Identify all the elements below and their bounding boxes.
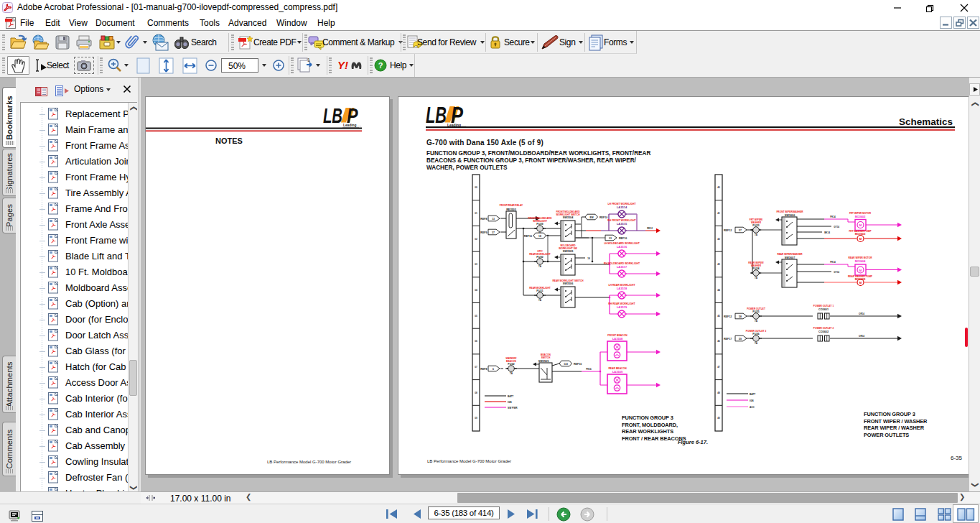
- svg-text:FU26: FU26: [752, 333, 759, 335]
- svg-text:40: 40: [717, 186, 720, 189]
- svg-text:FRONT / REAR BEACONS: FRONT / REAR BEACONS: [622, 435, 686, 442]
- svg-text:FUNCTION GROUP 3, FRONT/MOLDBO: FUNCTION GROUP 3, FRONT/MOLDBOARD/REAR W…: [426, 150, 650, 157]
- svg-text:45: 45: [717, 315, 720, 318]
- svg-text:REAR WORKLIGHT: REAR WORKLIGHT: [529, 287, 551, 290]
- svg-text:REF9: REF9: [480, 231, 487, 234]
- svg-text:FU22: FU22: [508, 363, 514, 366]
- svg-text:SW3505: SW3505: [563, 250, 574, 253]
- svg-text:WASHER: WASHER: [751, 264, 762, 267]
- svg-text:PK14: PK14: [830, 216, 836, 218]
- svg-text:RH REAR WORKLIGHT: RH REAR WORKLIGHT: [608, 302, 635, 305]
- svg-text:1: 1: [307, 57, 310, 63]
- svg-text:RD12: RD12: [647, 227, 653, 230]
- svg-text:LH FRONT WORKLIGHT: LH FRONT WORKLIGHT: [608, 203, 637, 205]
- svg-text:M: M: [859, 223, 862, 227]
- svg-text:05: 05: [475, 315, 477, 318]
- svg-text:LH REAR WORKLIGHT: LH REAR WORKLIGHT: [609, 284, 636, 287]
- svg-text:37: 37: [492, 231, 495, 234]
- svg-text:M: M: [859, 237, 862, 241]
- svg-text:REF8: REF8: [480, 368, 487, 371]
- svg-text:FRONT WIPER / WASHER: FRONT WIPER / WASHER: [864, 418, 928, 425]
- svg-text:BEACONS & FUNCTION GROUP 3, FR: BEACONS & FUNCTION GROUP 3, FRONT WIPER/…: [426, 157, 637, 164]
- svg-text:BEACON: BEACON: [541, 353, 551, 356]
- svg-text:Y!: Y!: [337, 60, 348, 71]
- svg-text:FRONT, MOLDBOARD,: FRONT, MOLDBOARD,: [622, 422, 678, 428]
- svg-text:REAR WIPER/WASHER: REAR WIPER/WASHER: [777, 253, 803, 256]
- svg-text:59: 59: [739, 338, 742, 341]
- svg-text:42: 42: [717, 238, 720, 241]
- svg-text:REF10: REF10: [574, 363, 582, 366]
- svg-text:SW PWR: SW PWR: [508, 407, 518, 409]
- svg-text:NOTES: NOTES: [215, 136, 243, 145]
- svg-text:58: 58: [739, 315, 742, 318]
- svg-text:133: 133: [564, 363, 568, 366]
- svg-text:REAR WIPER MOTOR: REAR WIPER MOTOR: [848, 256, 872, 259]
- svg-text:M: M: [859, 269, 862, 272]
- svg-text:REF12: REF12: [724, 315, 732, 318]
- svg-text:01: 01: [475, 212, 477, 215]
- svg-text:LA3518: LA3518: [617, 287, 627, 290]
- svg-text:MO3604: MO3604: [855, 260, 866, 263]
- svg-text:CO3601: CO3601: [818, 308, 829, 311]
- svg-text:REAR WORKLIGHT SWITCH: REAR WORKLIGHT SWITCH: [552, 279, 584, 282]
- svg-text:6-35: 6-35: [951, 455, 963, 461]
- svg-text:GY14: GY14: [834, 271, 839, 274]
- svg-text:RH MOLDBOARD WORKLIGHT: RH MOLDBOARD WORKLIGHT: [604, 262, 640, 265]
- svg-text:07: 07: [475, 366, 477, 369]
- svg-text:09: 09: [475, 417, 477, 420]
- svg-text:41: 41: [717, 212, 720, 215]
- svg-text:47: 47: [717, 366, 720, 369]
- svg-text:LA3516: LA3516: [617, 245, 627, 249]
- svg-text:Leading.....: Leading.....: [343, 124, 361, 127]
- svg-text:Schematics: Schematics: [899, 116, 953, 127]
- svg-text:G-700 with Dana 150 Axle (5 of: G-700 with Dana 150 Axle (5 of 9): [426, 139, 543, 147]
- svg-text:LA3519: LA3519: [617, 305, 627, 309]
- svg-text:LA3517: LA3517: [617, 265, 627, 269]
- svg-text:7A: 7A: [755, 233, 758, 236]
- svg-text:FU30: FU30: [536, 256, 543, 259]
- svg-text:FU25: FU25: [752, 310, 759, 313]
- svg-text:57: 57: [739, 229, 742, 232]
- svg-text:44: 44: [717, 289, 720, 292]
- svg-text:48: 48: [717, 392, 720, 394]
- svg-text:POWER OUTLET 2: POWER OUTLET 2: [813, 327, 834, 330]
- svg-text:00: 00: [475, 186, 477, 189]
- svg-text:IGN: IGN: [508, 401, 512, 404]
- svg-text:EM: EM: [589, 216, 593, 219]
- svg-text:46: 46: [717, 340, 720, 343]
- svg-text:REF10: REF10: [524, 235, 532, 238]
- svg-text:13: 13: [492, 218, 495, 221]
- svg-text:SW3606: SW3606: [785, 214, 795, 217]
- svg-text:7A: 7A: [510, 372, 513, 375]
- svg-text:POWER OUTLET 1: POWER OUTLET 1: [813, 305, 834, 307]
- svg-text:CO3602: CO3602: [818, 330, 829, 333]
- svg-text:LH MOLDBOARD WORKLIGHT: LH MOLDBOARD WORKLIGHT: [604, 242, 640, 245]
- svg-text:WORKLIGHT SW: WORKLIGHT SW: [559, 247, 577, 250]
- svg-text:SW3506: SW3506: [563, 282, 574, 285]
- svg-text:RH FRONT WORKLIGHT: RH FRONT WORKLIGHT: [607, 219, 636, 222]
- svg-text:FUNCTION GROUP 3: FUNCTION GROUP 3: [864, 411, 915, 417]
- svg-text:49: 49: [717, 417, 720, 420]
- svg-text:REAR WASHER PUMP: REAR WASHER PUMP: [848, 275, 873, 278]
- svg-text:LB: LB: [323, 104, 342, 127]
- svg-text:Figure 6-17.: Figure 6-17.: [678, 439, 708, 445]
- svg-text:33: 33: [609, 237, 612, 240]
- svg-text:WASHER: WASHER: [751, 221, 762, 224]
- svg-text:ACC: ACC: [750, 406, 755, 409]
- svg-text:7A: 7A: [755, 342, 758, 345]
- svg-text:SW3607: SW3607: [785, 256, 795, 259]
- svg-text:LB Performance Model G-700 Mot: LB Performance Model G-700 Motor Grader: [427, 459, 511, 463]
- svg-text:06: 06: [475, 340, 477, 343]
- svg-text:7A: 7A: [538, 299, 542, 302]
- svg-text:OR14: OR14: [859, 313, 864, 315]
- svg-text:PK14: PK14: [830, 261, 836, 264]
- svg-text:IGN: IGN: [750, 399, 754, 402]
- svg-text:LA3514: LA3514: [617, 205, 627, 209]
- svg-text:LA3508: LA3508: [612, 337, 623, 341]
- svg-text:FRONT/REAR RELAY: FRONT/REAR RELAY: [500, 204, 523, 207]
- svg-text:FUNCTION GROUP 3: FUNCTION GROUP 3: [622, 415, 673, 421]
- svg-text:08: 08: [475, 392, 477, 394]
- svg-text:FU24: FU24: [752, 267, 760, 270]
- svg-text:7A: 7A: [755, 320, 758, 323]
- svg-text:FRONT WIPER/WASHER: FRONT WIPER/WASHER: [776, 210, 803, 213]
